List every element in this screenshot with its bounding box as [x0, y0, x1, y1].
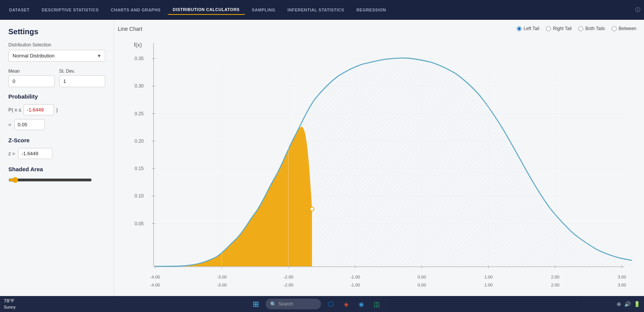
probability-header: Probability — [8, 93, 105, 100]
taskbar-right: ⊕ 🔊 🔋 — [617, 301, 640, 307]
nav-descriptive[interactable]: DESCRIPTIVE STATISTICS — [36, 5, 104, 14]
y-tick-030: 0.30 — [134, 83, 144, 89]
zscore-prefix: z = — [8, 151, 15, 156]
probability-input[interactable] — [24, 104, 54, 115]
nav-sampling[interactable]: SAMPLING — [247, 5, 281, 14]
distribution-select-wrapper: Normal Distribution T Distribution Chi-S… — [8, 50, 105, 62]
x-tick-n3b: -3.00 — [217, 283, 227, 287]
nav-inferential[interactable]: INFERENTIAL STATISTICS — [282, 5, 350, 14]
left-tail-radio[interactable]: Left Tail — [517, 26, 539, 31]
x-tick-p2: 2.00 — [551, 275, 559, 279]
distribution-select[interactable]: Normal Distribution T Distribution Chi-S… — [8, 50, 105, 62]
both-tails-radio[interactable]: Both Tails — [578, 26, 605, 31]
distribution-label: Distribution Selection — [8, 42, 105, 48]
mean-input[interactable] — [8, 75, 55, 87]
stddev-field-group: St. Dev. — [59, 68, 106, 87]
nav-charts[interactable]: CHARTS AND GRAPHS — [106, 5, 166, 14]
weather-temp: 78°F — [4, 298, 16, 304]
app-icon-2: ◈ — [344, 301, 348, 308]
top-navigation: DATASET DESCRIPTIVE STATISTICS CHARTS AN… — [0, 0, 644, 20]
cutoff-dot — [310, 207, 314, 211]
x-tick-n4: -4.00 — [150, 275, 160, 279]
y-tick-015: 0.15 — [134, 166, 144, 171]
prob-prefix: P( x ≤ — [8, 107, 21, 113]
curve-hatch-fill — [155, 58, 632, 267]
x-tick-p1: 1.00 — [484, 275, 493, 279]
nav-distribution[interactable]: DISTRIBUTION CALCULATORS — [168, 5, 245, 15]
x-tick-n1b: -1.00 — [350, 283, 360, 287]
sidebar-title: Settings — [8, 27, 105, 36]
taskbar-app-3[interactable]: ◉ — [356, 299, 367, 309]
chart-svg-wrapper: f(x) 0.35 0.30 0.25 0.20 0.15 0.10 — [118, 35, 636, 302]
taskbar-search-input[interactable] — [278, 301, 316, 307]
settings-sidebar: Settings Distribution Selection Normal D… — [0, 20, 114, 312]
x-tick-n4b: -4.00 — [150, 283, 160, 287]
y-axis-label: f(x) — [134, 42, 142, 48]
network-icon[interactable]: ⊕ — [617, 301, 621, 307]
weather-condition: Sunny — [4, 304, 16, 310]
shaded-header: Shaded Area — [8, 166, 105, 172]
probability-row: P( x ≤ ) — [8, 104, 105, 115]
battery-icon[interactable]: 🔋 — [634, 301, 640, 307]
taskbar-app-2[interactable]: ◈ — [341, 299, 351, 309]
search-icon: 🔍 — [270, 301, 276, 307]
x-tick-n2b: -2.00 — [283, 283, 293, 287]
x-tick-n3: -3.00 — [217, 275, 227, 279]
both-tails-label: Both Tails — [585, 26, 605, 31]
mean-field-group: Mean — [8, 68, 55, 87]
between-radio[interactable]: Between — [612, 26, 636, 31]
nav-dataset[interactable]: DATASET — [4, 5, 35, 14]
x-tick-p1b: 1.00 — [484, 283, 493, 287]
left-tail-label: Left Tail — [524, 26, 539, 31]
weather-widget: 78°F Sunny — [4, 298, 16, 310]
windows-start-button[interactable]: ⊞ — [250, 299, 261, 309]
mean-label: Mean — [8, 68, 55, 74]
mean-stddev-row: Mean St. Dev. — [8, 68, 105, 87]
chart-area: Line Chart Left Tail Right Tail Both Tai… — [114, 20, 644, 312]
shaded-area-slider-container — [8, 177, 105, 185]
probability-result-row: = — [8, 119, 105, 130]
shaded-area-slider[interactable] — [8, 177, 92, 183]
x-tick-n2: -2.00 — [283, 275, 293, 279]
between-label: Between — [619, 26, 636, 31]
right-tail-label: Right Tail — [553, 26, 571, 31]
probability-result-input[interactable] — [14, 119, 45, 130]
taskbar-app-4[interactable]: ◫ — [371, 299, 382, 309]
y-tick-005: 0.05 — [134, 221, 144, 226]
nav-regression[interactable]: REGRESSION — [351, 5, 391, 14]
zscore-input[interactable] — [18, 148, 52, 159]
windows-logo-icon: ⊞ — [253, 299, 259, 309]
x-tick-n1: -1.00 — [350, 275, 360, 279]
x-tick-p3b: 3.00 — [618, 283, 626, 287]
main-layout: Settings Distribution Selection Normal D… — [0, 20, 644, 312]
prob-equals: = — [8, 122, 11, 127]
x-tick-0: 0.00 — [418, 275, 426, 279]
help-icon[interactable]: ⓘ — [635, 6, 640, 13]
tail-radio-group: Left Tail Right Tail Both Tails Between — [517, 26, 636, 31]
x-tick-p2b: 2.00 — [551, 283, 559, 287]
y-tick-010: 0.10 — [134, 193, 144, 199]
y-tick-025: 0.25 — [134, 111, 144, 116]
prob-suffix: ) — [56, 107, 58, 113]
zscore-header: Z-Score — [8, 137, 105, 143]
taskbar-app-1[interactable]: ⬡ — [326, 299, 336, 309]
stddev-label: St. Dev. — [59, 68, 106, 74]
app-icon-4: ◫ — [374, 301, 380, 308]
stddev-input[interactable] — [59, 75, 106, 87]
volume-icon[interactable]: 🔊 — [624, 301, 631, 307]
normal-distribution-chart: f(x) 0.35 0.30 0.25 0.20 0.15 0.10 — [118, 35, 636, 302]
taskbar-center: ⊞ 🔍 ⬡ ◈ ◉ ◫ — [19, 299, 614, 309]
zscore-row: z = — [8, 148, 105, 159]
app-icon-3: ◉ — [359, 301, 364, 308]
x-tick-p3: 3.00 — [618, 275, 626, 279]
app-icon-1: ⬡ — [328, 300, 334, 308]
x-tick-0b: 0.00 — [418, 283, 426, 287]
taskbar: 78°F Sunny ⊞ 🔍 ⬡ ◈ ◉ ◫ ⊕ 🔊 🔋 — [0, 296, 644, 312]
y-tick-035: 0.35 — [134, 56, 144, 61]
right-tail-radio[interactable]: Right Tail — [546, 26, 571, 31]
y-tick-020: 0.20 — [134, 138, 144, 144]
taskbar-search[interactable]: 🔍 — [266, 299, 321, 309]
